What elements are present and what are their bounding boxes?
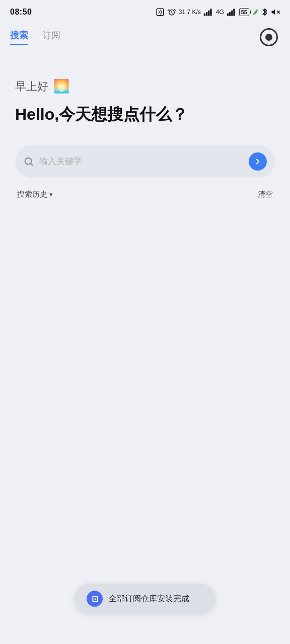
status-bar: 08:50 31.7 K/s 4G bbox=[0, 0, 290, 22]
signal-5g-icon bbox=[227, 8, 237, 16]
history-toggle[interactable]: 搜索历史 ▾ bbox=[17, 190, 53, 199]
headline: Hello,今天想搜点什么？ bbox=[15, 104, 275, 125]
toast-notification: ⊡ 全部订阅仓库安装完成 bbox=[75, 584, 215, 614]
record-button[interactable] bbox=[258, 26, 280, 48]
svg-rect-2 bbox=[204, 14, 205, 16]
svg-rect-0 bbox=[157, 9, 164, 16]
search-icon bbox=[23, 156, 34, 167]
svg-rect-5 bbox=[210, 9, 211, 16]
tab-subscription[interactable]: 订阅 bbox=[42, 29, 60, 45]
svg-rect-3 bbox=[206, 12, 207, 16]
main-content: 早上好 🌅 Hello,今天想搜点什么？ 输入关键字 搜索历史 ▾ 清空 bbox=[0, 48, 290, 199]
sun-icon: 🌅 bbox=[53, 78, 69, 94]
network-type-4g: 4G bbox=[216, 9, 224, 16]
toast-icon: ⊡ bbox=[87, 591, 103, 607]
clear-history-button[interactable]: 清空 bbox=[258, 190, 273, 199]
status-time: 08:50 bbox=[10, 8, 32, 17]
history-row: 搜索历史 ▾ 清空 bbox=[15, 190, 275, 199]
alarm-icon bbox=[167, 8, 176, 17]
leaf-icon bbox=[252, 8, 259, 16]
search-submit-button[interactable] bbox=[249, 152, 267, 171]
tab-search[interactable]: 搜索 bbox=[10, 29, 28, 45]
chevron-down-icon: ▾ bbox=[49, 191, 53, 198]
nfc-icon bbox=[156, 8, 165, 17]
svg-rect-7 bbox=[229, 12, 231, 16]
svg-rect-8 bbox=[231, 11, 233, 16]
mute-icon bbox=[271, 8, 280, 17]
bluetooth-icon bbox=[261, 8, 268, 17]
signal-icon bbox=[203, 8, 213, 16]
svg-rect-6 bbox=[227, 14, 229, 16]
record-icon bbox=[260, 28, 278, 46]
record-dot bbox=[265, 34, 272, 41]
top-nav: 搜索 订阅 bbox=[0, 22, 290, 48]
battery-indicator: 55 bbox=[239, 8, 249, 16]
greeting-text: 早上好 bbox=[15, 79, 48, 94]
svg-rect-9 bbox=[233, 9, 235, 16]
greeting-row: 早上好 🌅 bbox=[15, 78, 275, 94]
svg-rect-4 bbox=[208, 11, 209, 16]
toast-message: 全部订阅仓库安装完成 bbox=[109, 594, 189, 604]
svg-line-13 bbox=[31, 164, 33, 166]
status-icons: 31.7 K/s 4G 55 bbox=[156, 8, 280, 17]
search-input[interactable]: 输入关键字 bbox=[39, 155, 244, 167]
search-box[interactable]: 输入关键字 bbox=[15, 145, 275, 178]
history-label: 搜索历史 bbox=[17, 190, 47, 199]
network-speed: 31.7 K/s bbox=[179, 9, 201, 16]
